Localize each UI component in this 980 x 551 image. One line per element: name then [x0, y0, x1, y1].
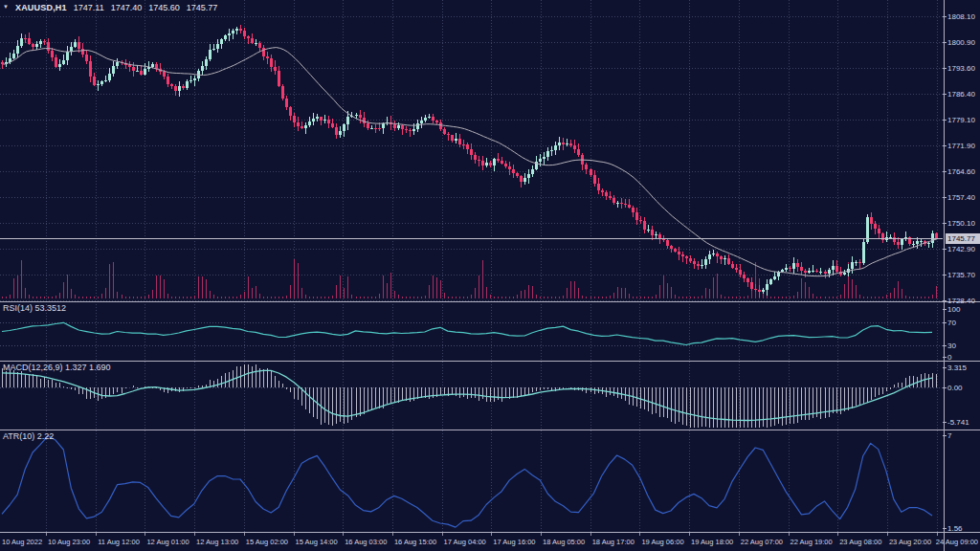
- rsi-axis-label: 0: [947, 353, 952, 362]
- price-axis-label: 1735.70: [947, 271, 975, 279]
- atr-line: [2, 436, 932, 527]
- macd-axis-label: 3.315: [947, 364, 968, 372]
- price-axis-label: 1750.10: [947, 219, 975, 228]
- time-axis-label: 16 Aug 15:00: [394, 538, 436, 546]
- price-axis-label: 1764.60: [947, 167, 975, 176]
- time-axis-label: 23 Aug 20:00: [889, 538, 931, 546]
- time-axis-label: 24 Aug 09:00: [936, 538, 978, 546]
- price-axis-label: 1742.90: [947, 245, 975, 253]
- price-axis-label: 1786.40: [947, 90, 975, 99]
- price-axis-label: 1779.10: [947, 116, 975, 124]
- atr-axis-label: 7: [947, 431, 952, 440]
- moving-average-line: [4, 48, 938, 276]
- time-axis-label: 11 Aug 12:00: [98, 538, 140, 546]
- atr-axis-label: 1.56: [947, 524, 963, 533]
- macd-axis-label: 0.00: [947, 384, 963, 392]
- time-axis-label: 10 Aug 2022: [2, 538, 42, 546]
- time-axis-label: 12 Aug 01:00: [146, 538, 189, 546]
- rsi-axis-label: 70: [947, 319, 956, 327]
- time-axis-label: 19 Aug 18:00: [691, 538, 733, 546]
- macd-histogram: [3, 364, 937, 428]
- time-axis-label: 16 Aug 03:00: [345, 538, 387, 546]
- rsi-axis-label: 30: [947, 342, 956, 350]
- price-axis-label: 1793.60: [947, 64, 975, 73]
- price-axis-label: 1800.90: [947, 38, 975, 47]
- time-axis-label: 18 Aug 17:00: [592, 538, 635, 546]
- time-axis-label: 10 Aug 23:00: [48, 538, 90, 546]
- current-price-badge: 1745.77: [946, 233, 980, 244]
- time-axis-label: 22 Aug 19:00: [790, 538, 832, 546]
- time-axis[interactable]: 10 Aug 202210 Aug 23:0011 Aug 12:0012 Au…: [2, 533, 978, 546]
- trading-chart-window: 1808.101800.901793.601786.401779.101771.…: [0, 0, 980, 551]
- time-axis-label: 15 Aug 14:00: [295, 538, 337, 546]
- chart-canvas[interactable]: 1808.101800.901793.601786.401779.101771.…: [0, 0, 980, 551]
- rsi-axis-label: 100: [947, 305, 961, 314]
- time-axis-label: 23 Aug 08:00: [839, 538, 881, 546]
- price-axis-label: 1808.10: [947, 12, 975, 21]
- time-axis-label: 17 Aug 16:00: [493, 538, 535, 546]
- macd-axis-label: -5.741: [947, 418, 969, 427]
- price-axis[interactable]: 1808.101800.901793.601786.401779.101771.…: [943, 0, 975, 551]
- time-axis-label: 22 Aug 07:00: [741, 538, 783, 546]
- time-axis-label: 19 Aug 06:00: [641, 538, 683, 546]
- time-axis-label: 17 Aug 04:00: [444, 538, 486, 546]
- price-axis-label: 1757.40: [947, 193, 975, 202]
- time-axis-label: 18 Aug 05:00: [543, 538, 585, 546]
- time-axis-label: 15 Aug 02:00: [246, 538, 288, 546]
- price-axis-label: 1771.90: [947, 142, 975, 150]
- rsi-line: [2, 322, 932, 344]
- time-axis-label: 12 Aug 13:00: [196, 538, 238, 546]
